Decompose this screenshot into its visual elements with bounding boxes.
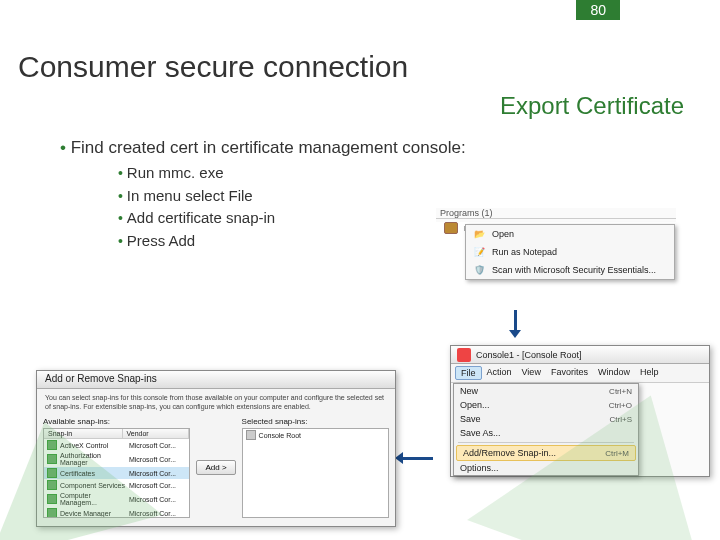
file-new-label: New: [460, 386, 478, 396]
file-saveas-label: Save As...: [460, 428, 501, 438]
menu-file[interactable]: File: [455, 366, 482, 380]
slide-title: Consumer secure connection: [18, 50, 720, 84]
arrow-down-icon: [505, 310, 525, 340]
file-open-label: Open...: [460, 400, 490, 410]
programs-panel: Programs (1) mmc.exe: [436, 208, 676, 222]
open-icon: 📂: [472, 227, 486, 241]
arrow-left-icon: [395, 450, 435, 466]
sub-bullet-2: In menu select File: [118, 185, 720, 208]
add-button-wrap: Add >: [196, 417, 235, 518]
ctx-scan-label: Scan with Microsoft Security Essentials.…: [492, 265, 656, 275]
ctx-open-label: Open: [492, 229, 514, 239]
selected-root-label: Console Root: [259, 432, 301, 439]
menu-action[interactable]: Action: [482, 366, 517, 380]
selected-root-row[interactable]: Console Root: [243, 429, 388, 441]
console-icon: [457, 348, 471, 362]
add-button[interactable]: Add >: [196, 460, 235, 475]
folder-icon: [246, 430, 256, 440]
selected-snapins: Selected snap-ins: Console Root: [242, 417, 389, 518]
console-titlebar: Console1 - [Console Root]: [451, 346, 709, 364]
snapin-dialog-title: Add or Remove Snap-ins: [37, 371, 395, 389]
mmc-icon: [444, 222, 458, 234]
shield-icon: 🛡️: [472, 263, 486, 277]
context-menu: 📂Open 📝Run as Notepad 🛡️Scan with Micros…: [465, 224, 675, 280]
ctx-open[interactable]: 📂Open: [466, 225, 674, 243]
menu-help[interactable]: Help: [635, 366, 664, 380]
programs-header: Programs (1): [436, 208, 676, 219]
main-bullet: Find created cert in certificate managem…: [60, 138, 720, 158]
notepad-icon: 📝: [472, 245, 486, 259]
slide-subtitle: Export Certificate: [0, 92, 684, 120]
ctx-run-notepad-label: Run as Notepad: [492, 247, 557, 257]
sub-bullet-1: Run mmc. exe: [118, 162, 720, 185]
selected-label: Selected snap-ins:: [242, 417, 389, 426]
ctx-scan[interactable]: 🛡️Scan with Microsoft Security Essential…: [466, 261, 674, 279]
selected-list[interactable]: Console Root: [242, 428, 389, 518]
page-number: 80: [576, 0, 620, 20]
file-save-label: Save: [460, 414, 481, 424]
ctx-run-notepad[interactable]: 📝Run as Notepad: [466, 243, 674, 261]
